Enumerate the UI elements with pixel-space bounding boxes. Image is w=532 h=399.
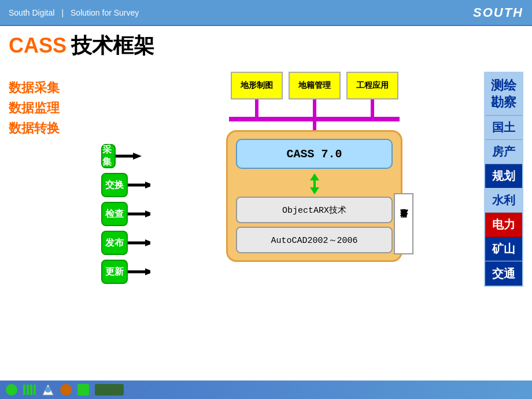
cass-label: CASS 7.0	[286, 147, 342, 161]
header-left: South Digital | Solution for Survey	[9, 8, 139, 17]
svg-marker-1	[133, 153, 142, 160]
bottom-circle-2	[60, 384, 72, 396]
body-area: CASS 技术框架 数据采集 数据监理 数据转换 采集	[0, 26, 532, 380]
green-button-2[interactable]: 交换	[101, 173, 128, 197]
right-label-shuili: 水利	[492, 193, 515, 208]
bottom-lines	[23, 385, 36, 395]
object-arx-label: ObjectARX技术	[282, 205, 346, 216]
svg-marker-3	[145, 182, 150, 189]
svg-marker-7	[145, 239, 150, 246]
vertical-connectors	[231, 99, 398, 117]
connector-arrow-3	[128, 208, 150, 220]
right-label-fangchan: 房产	[492, 144, 515, 160]
brand-name: South Digital	[9, 8, 54, 17]
single-drop-line	[313, 121, 316, 130]
cass-box: CASS 7.0	[236, 139, 393, 169]
bi-directional-arrow	[303, 173, 326, 194]
right-label-jiaotong: 交通	[492, 266, 515, 282]
bottom-circle-1	[6, 384, 17, 396]
header: South Digital | Solution for Survey SOUT…	[0, 0, 532, 26]
center-diagram: 地形制图 地籍管理 工程应用	[150, 72, 478, 262]
connector-arrow-5	[128, 266, 150, 278]
left-label-1: 数据采集	[9, 77, 101, 98]
svg-marker-9	[145, 268, 150, 275]
right-item-kuangshan: 矿山	[485, 237, 522, 261]
page-title: CASS 技术框架	[9, 32, 523, 60]
autocad-box: AutoCAD2002～2006	[236, 227, 393, 253]
logo: SOUTH	[473, 5, 523, 20]
arrow-1	[116, 150, 150, 162]
green-button-5[interactable]: 更新	[101, 260, 128, 284]
svg-marker-5	[145, 210, 150, 217]
connector-arrow-1	[116, 150, 150, 162]
left-labels: 数据采集 数据监理 数据转换	[9, 72, 101, 139]
page: South Digital | Solution for Survey SOUT…	[0, 0, 532, 399]
svg-point-14	[45, 387, 51, 393]
left-label-2: 数据监理	[9, 98, 101, 118]
svg-marker-11	[310, 173, 319, 180]
right-sidebar: 测绘 勘察 国土 房产 规划 水利 电力	[484, 72, 523, 287]
object-arx-box: ObjectARX技术 信息底层	[236, 197, 393, 223]
bottom-bar	[0, 380, 532, 399]
right-label-guotu: 国土	[492, 120, 515, 135]
title-cass: CASS	[9, 34, 66, 58]
green-row-5: 更新	[101, 260, 150, 284]
right-label-dianli: 电力	[492, 217, 515, 232]
header-divider: |	[61, 8, 64, 17]
right-item-fangchan: 房产	[485, 140, 522, 164]
green-row-1: 采集	[101, 144, 150, 168]
right-label-guihua: 规划	[492, 168, 515, 184]
right-item-guihua: 规划	[485, 164, 522, 189]
green-row-4: 发布	[101, 231, 150, 255]
right-label-kancha: 勘察	[487, 94, 520, 111]
green-buttons-col: 采集 交换	[101, 72, 150, 284]
title-rest: 技术框架	[71, 32, 154, 60]
right-item-shuili: 水利	[485, 189, 522, 213]
green-button-3[interactable]: 检查	[101, 202, 128, 226]
svg-marker-12	[310, 187, 319, 194]
tagline: Solution for Survey	[71, 8, 139, 17]
top-boxes-row: 地形制图 地籍管理 工程应用	[231, 72, 398, 99]
bottom-icon	[42, 383, 54, 396]
side-label-box: 信息底层	[394, 193, 413, 254]
right-label-kuangshan: 矿山	[492, 241, 515, 257]
right-label-cehui: 测绘	[487, 77, 520, 94]
right-top: 测绘 勘察	[485, 73, 522, 116]
autocad-label: AutoCAD2002～2006	[271, 235, 357, 246]
connector-arrow-4	[128, 237, 150, 249]
orange-container: CASS 7.0 ObjectARX技术	[226, 130, 402, 262]
green-row-3: 检查	[101, 202, 150, 226]
right-item-dianli: 电力	[485, 213, 522, 237]
bottom-rect	[95, 384, 124, 396]
horizontal-bar	[229, 117, 400, 121]
right-item-jiaotong: 交通	[485, 261, 522, 286]
yellow-box-2: 地籍管理	[289, 72, 341, 99]
green-button-4[interactable]: 发布	[101, 231, 128, 255]
bi-arrow	[236, 173, 393, 194]
left-label-3: 数据转换	[9, 118, 101, 138]
bottom-square	[77, 384, 89, 396]
yellow-box-3: 工程应用	[346, 72, 398, 99]
right-item-guotu: 国土	[485, 116, 522, 140]
connector-arrow-2	[128, 179, 150, 191]
green-row-2: 交换	[101, 173, 150, 197]
green-button-1[interactable]: 采集	[101, 144, 116, 168]
yellow-box-1: 地形制图	[231, 72, 283, 99]
